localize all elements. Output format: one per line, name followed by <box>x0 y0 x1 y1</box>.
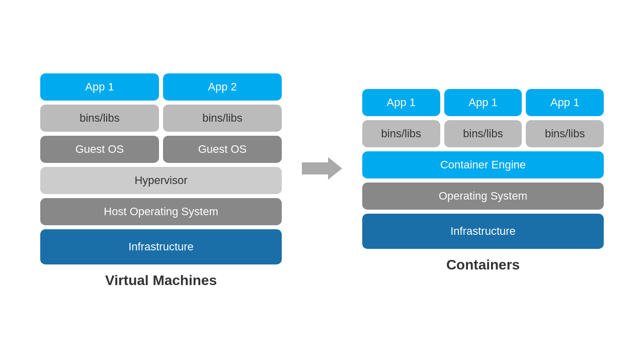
c-container-engine-label: Container Engine <box>440 158 526 171</box>
vm-stack: App 1 App 2 bins/libs bins/libs Guest OS <box>40 73 282 264</box>
vm-guestos-row: Guest OS Guest OS <box>40 136 282 163</box>
c-container-engine-box: Container Engine <box>362 151 604 178</box>
diagram: App 1 App 2 bins/libs bins/libs Guest OS <box>0 0 644 362</box>
c-bins2-label: bins/libs <box>463 127 503 140</box>
c-bins1-label: bins/libs <box>381 127 421 140</box>
vm-app1-box: App 1 <box>40 73 159 101</box>
c-app2-label: App 1 <box>468 96 498 109</box>
vm-app2-box: App 2 <box>163 73 282 101</box>
vm-guestos1-label: Guest OS <box>75 143 124 156</box>
c-bins2-box: bins/libs <box>444 120 522 147</box>
vm-hypervisor-box: Hypervisor <box>40 167 282 194</box>
vm-guestos1-box: Guest OS <box>40 136 159 163</box>
vm-hostos-box: Host Operating System <box>40 198 282 225</box>
vm-bins1-box: bins/libs <box>40 105 159 132</box>
c-infrastructure-box: Infrastructure <box>362 214 604 249</box>
vm-infrastructure-box: Infrastructure <box>40 229 282 264</box>
c-os-label: Operating System <box>439 190 527 203</box>
vm-hypervisor-label: Hypervisor <box>134 174 187 187</box>
containers-stack: App 1 App 1 App 1 bins/libs bins/libs b <box>362 89 604 249</box>
containers-column: App 1 App 1 App 1 bins/libs bins/libs b <box>362 89 604 273</box>
containers-title: Containers <box>446 257 520 273</box>
c-bins-row: bins/libs bins/libs bins/libs <box>362 120 604 147</box>
arrow <box>302 153 342 184</box>
c-bins1-box: bins/libs <box>362 120 440 147</box>
vm-app-row: App 1 App 2 <box>40 73 282 101</box>
vm-title: Virtual Machines <box>105 273 217 289</box>
c-app3-label: App 1 <box>550 96 580 109</box>
svg-marker-0 <box>302 157 342 180</box>
vm-bins2-label: bins/libs <box>202 112 242 125</box>
vm-infrastructure-label: Infrastructure <box>128 240 194 253</box>
c-bins3-box: bins/libs <box>526 120 604 147</box>
c-bins3-label: bins/libs <box>545 127 585 140</box>
vm-bins1-label: bins/libs <box>79 112 119 125</box>
vm-bins2-box: bins/libs <box>163 105 282 132</box>
vm-app2-label: App 2 <box>208 80 237 94</box>
vm-hostos-label: Host Operating System <box>104 205 218 218</box>
c-os-box: Operating System <box>362 183 604 210</box>
c-app1-label: App 1 <box>387 96 416 109</box>
c-app-row: App 1 App 1 App 1 <box>362 89 604 116</box>
vm-guestos2-label: Guest OS <box>198 143 247 156</box>
c-app2-box: App 1 <box>444 89 522 116</box>
virtual-machines-column: App 1 App 2 bins/libs bins/libs Guest OS <box>40 73 282 289</box>
c-app1-box: App 1 <box>362 89 440 116</box>
vm-app1-label: App 1 <box>85 80 114 94</box>
c-infrastructure-label: Infrastructure <box>450 225 516 238</box>
c-app3-box: App 1 <box>526 89 604 116</box>
vm-guestos2-box: Guest OS <box>163 136 282 163</box>
vm-bins-row: bins/libs bins/libs <box>40 105 282 132</box>
